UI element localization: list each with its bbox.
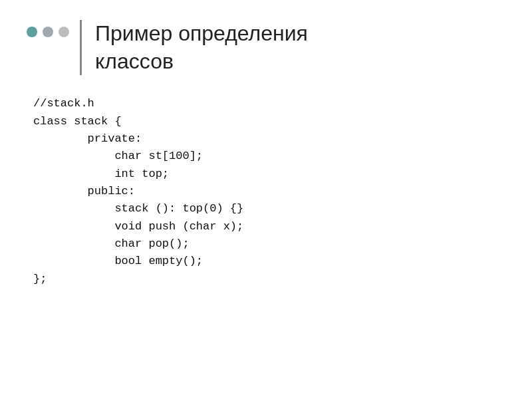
slide: Пример определения классов //stack.h cla… (0, 0, 532, 399)
dot-teal (27, 27, 37, 37)
title-line1: Пример определения (95, 21, 308, 45)
title-divider (80, 20, 82, 75)
code-block: //stack.h class stack { private: char st… (33, 95, 505, 288)
dot-gray2 (59, 27, 69, 37)
header: Пример определения классов (27, 20, 505, 75)
title-line2: классов (95, 49, 174, 73)
dot-gray1 (43, 27, 53, 37)
slide-title: Пример определения классов (95, 20, 308, 75)
dots-container (27, 27, 69, 37)
